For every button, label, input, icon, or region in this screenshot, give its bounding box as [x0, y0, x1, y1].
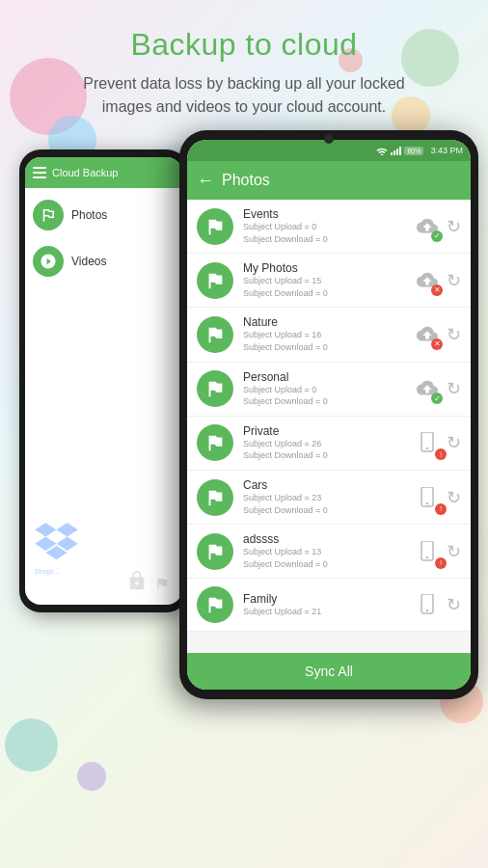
back-phone-header: Cloud Backup — [25, 157, 182, 188]
sync-all-bar[interactable]: Sync All — [187, 653, 471, 690]
cloud-upload-icon[interactable]: ✕ — [414, 321, 441, 348]
phone-icon[interactable]: ! — [414, 429, 441, 456]
list-item[interactable]: Family Subject Upload = 21 ↻ — [187, 579, 471, 632]
item-sub1: Subject Upload = 0 — [243, 221, 404, 233]
camera-notch — [324, 134, 334, 144]
item-icon-private — [197, 424, 233, 461]
item-text-cars: Cars Subject Upload = 23 Subject Downloa… — [243, 478, 404, 516]
front-phone-screen: 60% 3:43 PM ← Photos Events Subj — [187, 140, 471, 690]
back-phone-title: Cloud Backup — [52, 167, 119, 178]
item-icon-events — [197, 208, 233, 245]
item-name: Personal — [243, 370, 404, 384]
item-icon-personal — [197, 370, 233, 407]
item-sub1: Subject Upload = 0 — [243, 384, 404, 396]
item-actions-events: ✓ ↻ — [414, 213, 461, 240]
refresh-icon[interactable]: ↻ — [447, 216, 461, 237]
phone-badge-red: ! — [435, 448, 447, 460]
phone-icon[interactable] — [414, 591, 441, 618]
refresh-icon[interactable]: ↻ — [447, 324, 461, 345]
phone-icon[interactable]: ! — [414, 484, 441, 511]
app-header[interactable]: ← Photos — [187, 161, 471, 200]
item-actions-family: ↻ — [414, 591, 461, 618]
app-header-title: Photos — [222, 172, 270, 189]
lock-icon-area — [126, 570, 173, 595]
list-item[interactable]: Nature Subject Upload = 16 Subject Downl… — [187, 308, 471, 362]
refresh-icon[interactable]: ↻ — [447, 270, 461, 291]
item-actions-myphotos: ✕ ↻ — [414, 267, 461, 294]
list-item[interactable]: My Photos Subject Upload = 15 Subject Do… — [187, 254, 471, 308]
item-sub1: Subject Upload = 21 — [243, 606, 404, 618]
cloud-badge-green: ✓ — [431, 393, 443, 404]
signal-icon — [391, 146, 401, 155]
item-actions-cars: ! ↻ — [414, 484, 461, 511]
item-sub1: Subject Upload = 13 — [243, 546, 404, 558]
back-arrow-icon[interactable]: ← — [197, 171, 214, 191]
phones-container: Cloud Backup Photos — [0, 130, 488, 719]
item-icon-cars — [197, 479, 233, 516]
item-name: Family — [243, 592, 404, 606]
item-sub2: Subject Download = 0 — [243, 233, 404, 246]
refresh-icon[interactable]: ↻ — [447, 487, 461, 508]
item-text-nature: Nature Subject Upload = 16 Subject Downl… — [243, 315, 404, 353]
refresh-icon[interactable]: ↻ — [447, 378, 461, 399]
dropbox-logo-area: Dropl... — [35, 523, 78, 576]
photos-label: Photos — [71, 208, 107, 222]
list-item[interactable]: Cars Subject Upload = 23 Subject Downloa… — [187, 471, 471, 525]
phone-icon[interactable]: ! — [414, 538, 441, 565]
item-text-family: Family Subject Upload = 21 — [243, 592, 404, 618]
list-item[interactable]: Personal Subject Upload = 0 Subject Down… — [187, 363, 471, 417]
refresh-icon[interactable]: ↻ — [447, 541, 461, 562]
phone-badge-red: ! — [435, 503, 447, 515]
battery-indicator: 60% — [404, 147, 423, 155]
hamburger-icon — [33, 167, 46, 178]
back-phone-screen: Cloud Backup Photos — [25, 157, 182, 605]
refresh-icon[interactable]: ↻ — [447, 594, 461, 615]
item-name: Events — [243, 207, 404, 221]
item-icon-nature — [197, 316, 233, 353]
back-menu-videos: Videos — [33, 246, 175, 277]
item-actions-private: ! ↻ — [414, 429, 461, 456]
item-name: adssss — [243, 532, 404, 546]
item-name: My Photos — [243, 261, 404, 275]
status-time: 3:43 PM — [430, 146, 463, 155]
status-icons: 60% 3:43 PM — [376, 146, 463, 155]
item-sub1: Subject Upload = 16 — [243, 329, 404, 341]
cloud-upload-icon[interactable]: ✕ — [414, 267, 441, 294]
item-name: Cars — [243, 478, 404, 492]
item-sub2: Subject Download = 0 — [243, 504, 404, 517]
item-actions-personal: ✓ ↻ — [414, 375, 461, 402]
cloud-badge-red: ✕ — [431, 285, 443, 296]
cloud-upload-icon[interactable]: ✓ — [414, 213, 441, 240]
back-menu-photos: Photos — [33, 200, 175, 231]
item-text-myphotos: My Photos Subject Upload = 15 Subject Do… — [243, 261, 404, 299]
photos-icon-circle — [33, 200, 64, 231]
back-phone-menu: Photos Videos — [25, 188, 182, 288]
item-sub2: Subject Download = 0 — [243, 287, 404, 300]
item-actions-adssss: ! ↻ — [414, 538, 461, 565]
phone-badge-red: ! — [435, 557, 447, 569]
item-name: Private — [243, 424, 404, 438]
cloud-badge-green: ✓ — [431, 231, 443, 242]
item-name: Nature — [243, 315, 404, 329]
list-item[interactable]: Events Subject Upload = 0 Subject Downlo… — [187, 200, 471, 254]
cloud-badge-red: ✕ — [431, 339, 443, 350]
item-text-personal: Personal Subject Upload = 0 Subject Down… — [243, 370, 404, 408]
front-phone: 60% 3:43 PM ← Photos Events Subj — [179, 130, 478, 699]
item-text-events: Events Subject Upload = 0 Subject Downlo… — [243, 207, 404, 245]
list-item[interactable]: adssss Subject Upload = 13 Subject Downl… — [187, 525, 471, 579]
item-sub2: Subject Download = 0 — [243, 341, 404, 354]
cloud-upload-icon[interactable]: ✓ — [414, 375, 441, 402]
page-title: Backup to cloud — [19, 27, 469, 63]
item-icon-myphotos — [197, 262, 233, 299]
list-item[interactable]: Private Subject Upload = 26 Subject Down… — [187, 417, 471, 471]
page-subtitle: Prevent data loss by backing up all your… — [61, 72, 427, 119]
back-phone: Cloud Backup Photos — [19, 149, 188, 612]
item-sub1: Subject Upload = 26 — [243, 438, 404, 450]
item-icon-family — [197, 586, 233, 623]
photos-list: Events Subject Upload = 0 Subject Downlo… — [187, 200, 471, 653]
videos-label: Videos — [71, 255, 106, 268]
item-sub1: Subject Upload = 15 — [243, 275, 404, 287]
item-text-private: Private Subject Upload = 26 Subject Down… — [243, 424, 404, 462]
videos-icon-circle — [33, 246, 64, 277]
refresh-icon[interactable]: ↻ — [447, 432, 461, 453]
